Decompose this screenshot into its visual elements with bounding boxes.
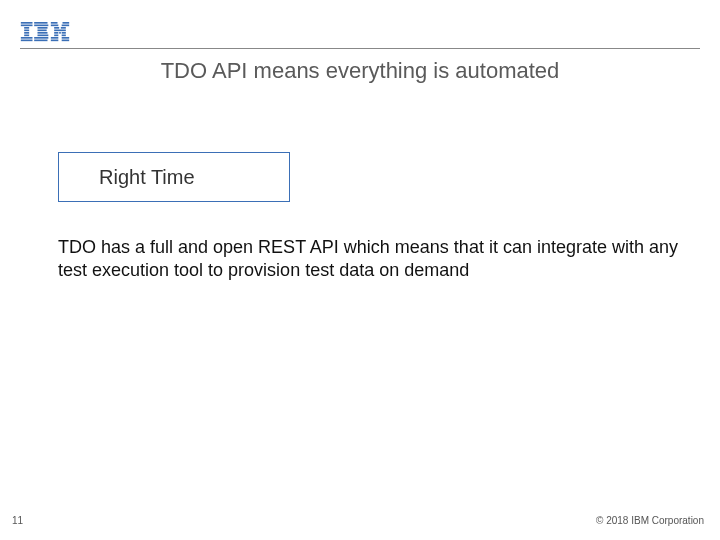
svg-rect-25 xyxy=(62,32,66,34)
svg-rect-9 xyxy=(34,25,48,27)
svg-rect-8 xyxy=(34,22,47,24)
svg-rect-10 xyxy=(38,27,48,29)
svg-rect-15 xyxy=(34,40,47,42)
body-text: TDO has a full and open REST API which m… xyxy=(58,236,680,283)
svg-rect-22 xyxy=(54,30,66,32)
right-time-label: Right Time xyxy=(99,166,195,189)
svg-rect-26 xyxy=(54,35,58,37)
page-number: 11 xyxy=(12,515,23,526)
svg-rect-23 xyxy=(54,32,58,34)
svg-rect-1 xyxy=(21,25,33,27)
svg-rect-28 xyxy=(51,37,58,39)
svg-rect-29 xyxy=(62,37,70,39)
svg-rect-11 xyxy=(38,30,47,32)
svg-rect-6 xyxy=(21,37,33,39)
svg-rect-24 xyxy=(59,32,61,34)
svg-rect-14 xyxy=(34,37,48,39)
copyright-text: © 2018 IBM Corporation xyxy=(596,515,704,526)
svg-rect-18 xyxy=(51,25,58,27)
svg-rect-5 xyxy=(24,35,29,37)
svg-rect-19 xyxy=(62,25,70,27)
svg-rect-4 xyxy=(24,32,29,34)
svg-rect-30 xyxy=(51,40,58,42)
svg-rect-3 xyxy=(24,30,29,32)
svg-rect-7 xyxy=(21,40,33,42)
svg-rect-21 xyxy=(61,27,66,29)
svg-rect-12 xyxy=(38,32,48,34)
svg-rect-13 xyxy=(38,35,49,37)
svg-rect-27 xyxy=(62,35,66,37)
svg-rect-20 xyxy=(54,27,59,29)
svg-rect-17 xyxy=(63,22,70,24)
svg-rect-2 xyxy=(24,27,29,29)
svg-rect-16 xyxy=(51,22,58,24)
ibm-logo-icon xyxy=(20,22,70,42)
right-time-box: Right Time xyxy=(58,152,290,202)
svg-rect-31 xyxy=(62,40,70,42)
header-divider xyxy=(20,48,700,49)
slide-title: TDO API means everything is automated xyxy=(0,58,720,84)
svg-rect-0 xyxy=(21,22,33,24)
